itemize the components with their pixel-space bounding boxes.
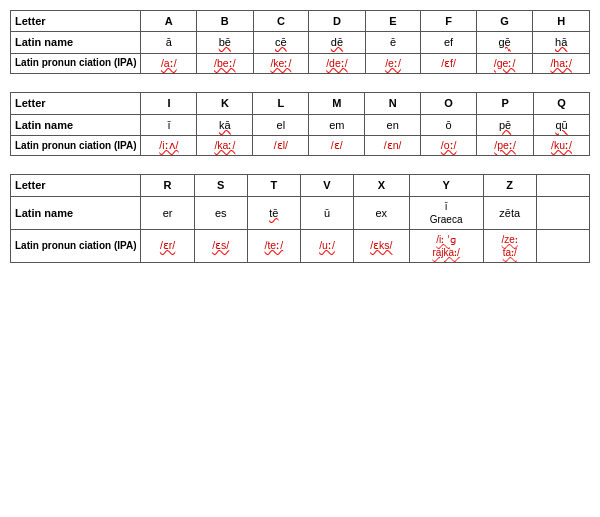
header-letter: Letter	[11, 11, 141, 32]
letter-C: C	[253, 11, 309, 32]
letter-I: I	[141, 93, 197, 114]
header-latin-name-2: Latin name	[11, 114, 141, 135]
letter-R: R	[141, 175, 194, 196]
letter-Y: Y	[409, 175, 483, 196]
latin-Z: zēta	[483, 196, 536, 229]
letter-G: G	[476, 11, 533, 32]
tables-container: Letter A B C D E F G H Latin name ā bē c…	[10, 10, 590, 263]
ipa-E-text: /eː/	[385, 57, 401, 69]
table-1: Letter A B C D E F G H Latin name ā bē c…	[10, 10, 590, 74]
table-3: Letter R S T V X Y Z Latin name er es tē…	[10, 174, 590, 262]
letter-V: V	[300, 175, 353, 196]
ipa-F: /ɛf/	[421, 53, 477, 74]
latin-C-text: cē	[275, 36, 287, 48]
table-row: Latin name er es tē ū ex īGraeca zēta	[11, 196, 590, 229]
latin-G-text: gē	[499, 36, 511, 48]
letter-L: L	[253, 93, 309, 114]
ipa-B: /beː/	[197, 53, 254, 74]
header-latin-name-3: Latin name	[11, 196, 141, 229]
letter-B: B	[197, 11, 254, 32]
ipa-K-text: /kaː/	[214, 139, 235, 151]
latin-F: ef	[421, 32, 477, 53]
ipa-H: /haː/	[533, 53, 590, 74]
latin-H: hā	[533, 32, 590, 53]
latin-S: es	[194, 196, 247, 229]
table-row: Latin pronun ciation (IPA) /aː/ /beː/ /k…	[11, 53, 590, 74]
latin-empty	[536, 196, 589, 229]
ipa-G: /geː/	[476, 53, 533, 74]
ipa-O-text: /oː/	[441, 139, 457, 151]
ipa-D-text: /deː/	[326, 57, 348, 69]
letter-O: O	[421, 93, 477, 114]
ipa-B-text: /beː/	[214, 57, 236, 69]
ipa-O: /oː/	[421, 135, 477, 156]
table-2-container: Letter I K L M N O P Q Latin name ī kā e…	[10, 92, 590, 156]
latin-N: en	[365, 114, 421, 135]
latin-V: ū	[300, 196, 353, 229]
table-row: Latin name ā bē cē dē ē ef gē hā	[11, 32, 590, 53]
latin-T-text: tē	[269, 207, 278, 219]
ipa-I: /iːʌ/	[141, 135, 197, 156]
ipa-A: /aː/	[141, 53, 197, 74]
ipa-K: /kaː/	[197, 135, 253, 156]
table-1-container: Letter A B C D E F G H Latin name ā bē c…	[10, 10, 590, 74]
letter-empty	[536, 175, 589, 196]
ipa-V: /uː/	[300, 229, 353, 262]
latin-A: ā	[141, 32, 197, 53]
ipa-H-text: /haː/	[550, 57, 572, 69]
ipa-X-text: /ɛks/	[370, 239, 392, 251]
latin-L: el	[253, 114, 309, 135]
latin-H-text: hā	[555, 36, 567, 48]
ipa-L: /ɛl/	[253, 135, 309, 156]
ipa-P-text: /peː/	[494, 139, 516, 151]
table-3-container: Letter R S T V X Y Z Latin name er es tē…	[10, 174, 590, 262]
ipa-Z-text: /zeːtaː/	[502, 234, 518, 258]
letter-S: S	[194, 175, 247, 196]
latin-Q-text: qū	[555, 119, 567, 131]
ipa-D: /deː/	[309, 53, 366, 74]
ipa-Z: /zeːtaː/	[483, 229, 536, 262]
latin-D: dē	[309, 32, 366, 53]
header-letter-2: Letter	[11, 93, 141, 114]
ipa-V-text: /uː/	[319, 239, 335, 251]
latin-B: bē	[197, 32, 254, 53]
latin-P-text: pē	[499, 119, 511, 131]
table-row: Latin pronun ciation (IPA) /iːʌ/ /kaː/ /…	[11, 135, 590, 156]
latin-C: cē	[253, 32, 309, 53]
latin-B-text: bē	[219, 36, 231, 48]
letter-A: A	[141, 11, 197, 32]
header-ipa-2: Latin pronun ciation (IPA)	[11, 135, 141, 156]
letter-H: H	[533, 11, 590, 32]
letter-D: D	[309, 11, 366, 32]
table-row: Letter I K L M N O P Q	[11, 93, 590, 114]
table-row: Letter A B C D E F G H	[11, 11, 590, 32]
ipa-Q-text: /kuː/	[551, 139, 572, 151]
ipa-T: /teː/	[247, 229, 300, 262]
latin-P: pē	[477, 114, 534, 135]
ipa-N: /ɛn/	[365, 135, 421, 156]
ipa-Y-text: /iː ˈɡrajkaː/	[432, 234, 459, 258]
latin-Y: īGraeca	[409, 196, 483, 229]
ipa-P: /peː/	[477, 135, 534, 156]
ipa-Q: /kuː/	[534, 135, 590, 156]
latin-T: tē	[247, 196, 300, 229]
latin-E: ē	[365, 32, 421, 53]
ipa-Y: /iː ˈɡrajkaː/	[409, 229, 483, 262]
ipa-empty	[536, 229, 589, 262]
ipa-S-text: /ɛs/	[212, 239, 229, 251]
letter-P: P	[477, 93, 534, 114]
latin-O: ō	[421, 114, 477, 135]
latin-I: ī	[141, 114, 197, 135]
table-2: Letter I K L M N O P Q Latin name ī kā e…	[10, 92, 590, 156]
latin-X: ex	[354, 196, 410, 229]
letter-T: T	[247, 175, 300, 196]
letter-N: N	[365, 93, 421, 114]
letter-K: K	[197, 93, 253, 114]
header-latin-name: Latin name	[11, 32, 141, 53]
ipa-G-text: /geː/	[494, 57, 516, 69]
ipa-M: /ɛ/	[309, 135, 365, 156]
ipa-R: /ɛr/	[141, 229, 194, 262]
header-ipa-3: Latin pronun ciation (IPA)	[11, 229, 141, 262]
ipa-T-text: /teː/	[265, 239, 284, 251]
latin-M: em	[309, 114, 365, 135]
